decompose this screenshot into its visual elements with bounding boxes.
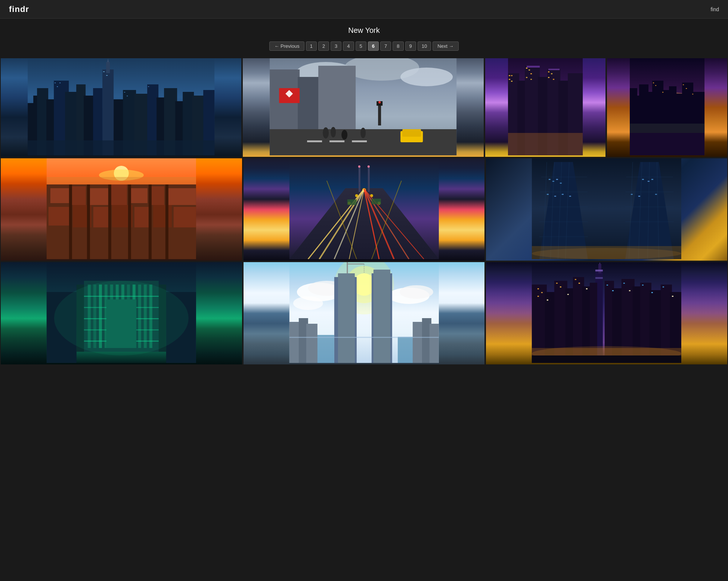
svg-rect-265 [663, 286, 664, 288]
photo-grid [0, 58, 728, 364]
svg-rect-113 [93, 207, 110, 227]
svg-point-206 [54, 281, 189, 355]
photo-teal-buildings[interactable] [1, 262, 242, 364]
svg-rect-175 [642, 179, 644, 180]
svg-rect-163 [554, 196, 556, 197]
svg-rect-75 [527, 66, 540, 68]
svg-rect-237 [595, 277, 603, 279]
svg-rect-63 [511, 75, 512, 76]
svg-rect-122 [149, 184, 152, 259]
svg-rect-29 [127, 96, 128, 96]
svg-rect-43 [402, 129, 421, 137]
svg-rect-70 [530, 79, 532, 80]
svg-rect-234 [598, 264, 601, 273]
svg-rect-30 [148, 86, 149, 87]
photo-glass-skyscrapers-night[interactable] [486, 158, 727, 261]
page-title: New York [0, 26, 728, 35]
svg-rect-25 [59, 83, 61, 83]
svg-rect-160 [556, 179, 558, 180]
svg-rect-107 [110, 184, 127, 205]
svg-rect-270 [672, 296, 673, 297]
svg-rect-105 [71, 186, 86, 205]
page-9-button[interactable]: 9 [405, 41, 416, 51]
page-2-button[interactable]: 2 [318, 41, 329, 51]
page-10-button[interactable]: 10 [418, 41, 431, 51]
page-8-button[interactable]: 8 [393, 41, 403, 51]
svg-rect-231 [289, 337, 439, 338]
svg-rect-110 [166, 188, 196, 205]
photo-nyc-skyline-day[interactable] [1, 58, 241, 157]
svg-rect-23 [55, 83, 56, 83]
logo: findr [9, 4, 29, 14]
svg-rect-67 [529, 69, 530, 71]
svg-rect-176 [648, 181, 650, 182]
svg-rect-219 [373, 270, 390, 363]
svg-point-46 [341, 130, 347, 140]
page-5-button[interactable]: 5 [356, 41, 366, 51]
photo-macys-street[interactable] [243, 58, 483, 157]
svg-rect-177 [651, 179, 653, 180]
svg-rect-178 [631, 194, 633, 195]
svg-rect-145 [347, 199, 356, 205]
header: findr find [0, 0, 728, 19]
svg-point-182 [532, 248, 681, 259]
svg-point-35 [400, 68, 453, 86]
svg-rect-180 [655, 194, 657, 195]
photo-nyc-night-colorful[interactable] [486, 262, 727, 364]
svg-point-44 [323, 127, 329, 139]
photo-highway-light-trails[interactable] [244, 158, 485, 261]
svg-rect-95 [692, 94, 693, 94]
svg-rect-164 [562, 194, 564, 195]
svg-point-214 [399, 285, 433, 299]
svg-rect-111 [49, 207, 71, 226]
svg-rect-98 [630, 124, 704, 133]
photo-row-3 [1, 262, 727, 364]
svg-rect-119 [87, 184, 90, 259]
svg-rect-255 [538, 296, 539, 297]
svg-rect-72 [551, 73, 552, 74]
svg-rect-158 [549, 179, 551, 180]
svg-rect-258 [575, 279, 576, 280]
page-3-button[interactable]: 3 [331, 41, 341, 51]
svg-rect-69 [526, 77, 527, 78]
svg-rect-259 [579, 283, 580, 284]
svg-rect-94 [686, 88, 687, 89]
svg-rect-92 [662, 92, 663, 93]
next-button[interactable]: Next → [433, 41, 458, 51]
photo-night-buildings-lit[interactable] [485, 58, 605, 157]
svg-rect-256 [556, 283, 558, 284]
svg-rect-106 [88, 188, 108, 205]
find-link[interactable]: find [710, 6, 719, 12]
svg-rect-102 [47, 177, 196, 184]
svg-rect-260 [607, 285, 608, 286]
page-6-button[interactable]: 6 [368, 41, 379, 51]
svg-rect-26 [103, 71, 105, 72]
svg-rect-263 [642, 285, 644, 286]
svg-rect-117 [174, 207, 196, 227]
page-7-button[interactable]: 7 [380, 41, 391, 51]
photo-row-2 [1, 158, 727, 261]
photo-construction-buildings[interactable] [244, 262, 485, 364]
svg-rect-76 [548, 69, 560, 70]
previous-button[interactable]: ← Previous [269, 41, 304, 51]
photo-night-skyline-water[interactable] [607, 58, 727, 157]
svg-rect-31 [28, 140, 214, 155]
svg-rect-64 [509, 79, 510, 80]
page-4-button[interactable]: 4 [343, 41, 354, 51]
svg-rect-116 [153, 205, 172, 227]
svg-rect-90 [653, 83, 654, 83]
svg-rect-227 [306, 324, 317, 363]
svg-point-144 [367, 165, 369, 168]
svg-rect-73 [548, 77, 549, 78]
svg-rect-269 [629, 290, 631, 291]
svg-rect-264 [651, 292, 653, 293]
page-1-button[interactable]: 1 [306, 41, 317, 51]
photo-aerial-sunset[interactable] [1, 158, 242, 261]
svg-point-53 [378, 101, 381, 103]
svg-rect-66 [526, 68, 527, 69]
svg-rect-254 [541, 292, 543, 293]
svg-point-47 [360, 128, 366, 138]
svg-rect-91 [655, 85, 656, 86]
svg-rect-28 [124, 92, 125, 93]
svg-rect-65 [511, 81, 512, 82]
